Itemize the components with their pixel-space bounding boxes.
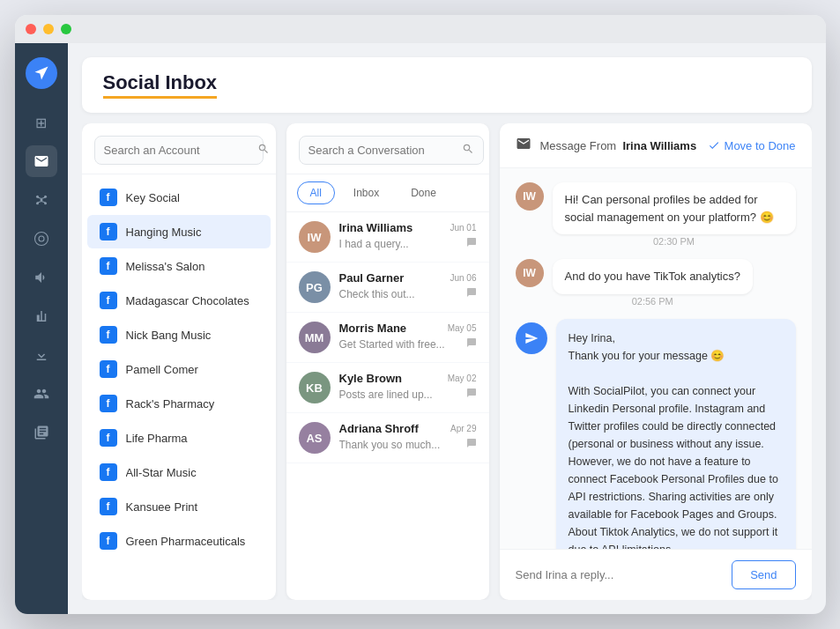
account-name: Life Pharma xyxy=(126,432,188,445)
conversation-tab[interactable]: All xyxy=(297,181,335,204)
reply-row: Hey Irina, Thank you for your message 😊 … xyxy=(516,319,796,550)
account-list-item[interactable]: f Nick Bang Music xyxy=(87,318,271,352)
account-list-item[interactable]: f Hanging Music xyxy=(87,215,271,248)
svg-point-0 xyxy=(40,199,42,202)
conversation-search-box[interactable] xyxy=(299,136,484,165)
account-list-item[interactable]: f All-Star Music xyxy=(87,455,271,489)
sender-avatar-1: IW xyxy=(516,182,544,211)
conversation-preview-row: Thank you so much... xyxy=(339,438,477,451)
conversation-search-icon xyxy=(462,143,474,158)
message-bubble-1: Hi! Can personal profiles be added for s… xyxy=(553,182,796,234)
facebook-icon: f xyxy=(100,360,117,378)
conversation-list-item[interactable]: KB Kyle Brown May 02 Posts are lined up.… xyxy=(286,363,489,413)
main-content: Social Inbox xyxy=(68,43,826,614)
account-name: Rack's Pharmacy xyxy=(126,397,215,411)
conversation-search-input[interactable] xyxy=(308,144,457,157)
sidebar-item-library[interactable] xyxy=(26,417,57,448)
facebook-icon: f xyxy=(100,189,117,206)
sidebar-item-dashboard[interactable]: ⊞ xyxy=(26,107,57,138)
send-button[interactable]: Send xyxy=(732,560,795,589)
message-time-2: 02:56 PM xyxy=(553,296,753,307)
facebook-icon: f xyxy=(100,292,117,309)
page-title: Social Inbox xyxy=(103,71,218,99)
sidebar-item-megaphone[interactable] xyxy=(26,262,57,293)
conversation-name: Adriana Shroff xyxy=(339,422,419,435)
sidebar-item-network[interactable] xyxy=(26,184,57,216)
conversation-date: Jun 01 xyxy=(450,223,476,233)
reply-input[interactable] xyxy=(516,568,722,581)
account-search-input[interactable] xyxy=(104,144,252,157)
conversation-list-item[interactable]: AS Adriana Shroff Apr 29 Thank you so mu… xyxy=(286,413,489,463)
account-list-item[interactable]: f Rack's Pharmacy xyxy=(87,387,271,420)
facebook-icon: f xyxy=(100,223,117,240)
facebook-icon: f xyxy=(100,326,117,344)
conversation-header-row: Morris Mane May 05 xyxy=(339,322,477,335)
account-name: Melissa's Salon xyxy=(126,260,205,273)
account-search-container xyxy=(82,123,276,174)
conversation-preview-row: I had a query... xyxy=(339,237,477,250)
checkmark-icon xyxy=(708,139,720,152)
conversation-tab[interactable]: Inbox xyxy=(340,181,392,204)
account-search-box[interactable] xyxy=(94,136,264,165)
message-bubble-group-1: Hi! Can personal profiles be added for s… xyxy=(553,182,796,247)
move-to-done-button[interactable]: Move to Done xyxy=(708,139,796,152)
account-list-item[interactable]: f Pamell Comer xyxy=(87,352,271,386)
sidebar-item-support[interactable] xyxy=(26,223,57,255)
conversation-message-icon xyxy=(466,388,477,401)
conversation-tab[interactable]: Done xyxy=(398,181,450,204)
message-time-1: 02:30 PM xyxy=(553,236,796,247)
reply-bubble: Hey Irina, Thank you for your message 😊 … xyxy=(556,319,796,550)
logo-icon xyxy=(33,64,50,82)
message-row-1: IW Hi! Can personal profiles be added fo… xyxy=(516,182,796,247)
account-list-item[interactable]: f Green Pharmaceuticals xyxy=(87,524,271,558)
account-list-item[interactable]: f Life Pharma xyxy=(87,421,271,455)
conversation-list-item[interactable]: IW Irina Williams Jun 01 I had a query..… xyxy=(286,212,489,263)
conversation-list-item[interactable]: PG Paul Garner Jun 06 Check this out... xyxy=(286,263,489,313)
account-list-item[interactable]: f Melissa's Salon xyxy=(87,249,271,283)
minimize-button[interactable] xyxy=(43,24,54,34)
account-list-item[interactable]: f Key Social xyxy=(87,181,271,214)
conversation-preview: I had a query... xyxy=(339,238,409,250)
account-name: Key Social xyxy=(126,191,180,204)
conversation-name: Kyle Brown xyxy=(339,372,403,385)
account-name: Hanging Music xyxy=(126,226,202,239)
account-name: Green Pharmaceuticals xyxy=(126,535,246,548)
close-button[interactable] xyxy=(26,24,36,34)
svg-line-7 xyxy=(37,202,41,204)
sidebar-item-team[interactable] xyxy=(26,378,57,410)
app-window: ⊞ xyxy=(15,15,826,614)
conversation-preview: Get Started with free... xyxy=(339,338,445,351)
conversation-info: Adriana Shroff Apr 29 Thank you so much.… xyxy=(339,422,477,451)
message-from-name: Irina Williams xyxy=(622,139,696,152)
svg-line-8 xyxy=(41,202,46,204)
facebook-icon: f xyxy=(100,532,117,550)
conversation-header-row: Kyle Brown May 02 xyxy=(339,372,477,385)
svg-point-9 xyxy=(34,233,48,246)
sidebar-item-inbox[interactable] xyxy=(26,145,57,177)
message-bubble-2: And do you have TikTok analytics? xyxy=(553,259,753,294)
support-icon xyxy=(33,231,49,247)
conversation-message-icon xyxy=(466,237,477,250)
conversation-name: Irina Williams xyxy=(339,221,413,234)
conversation-date: May 02 xyxy=(448,374,477,383)
account-list-item[interactable]: f Madagascar Chocolates xyxy=(87,284,271,317)
facebook-icon: f xyxy=(100,429,117,447)
message-bubble-group-2: And do you have TikTok analytics? 02:56 … xyxy=(553,259,753,307)
conversation-panel: AllInboxDone IW Irina Williams Jun 01 I … xyxy=(286,123,489,600)
maximize-button[interactable] xyxy=(61,24,71,34)
conversation-info: Morris Mane May 05 Get Started with free… xyxy=(339,322,477,351)
account-name: Pamell Comer xyxy=(126,363,198,376)
sidebar-item-download[interactable] xyxy=(26,339,57,371)
conversation-name: Morris Mane xyxy=(339,322,407,335)
logo xyxy=(26,57,57,89)
inbox-icon xyxy=(33,153,49,169)
library-icon xyxy=(33,425,49,440)
message-footer: Send xyxy=(500,549,812,600)
account-name: Nick Bang Music xyxy=(126,329,212,342)
conversation-list-item[interactable]: MM Morris Mane May 05 Get Started with f… xyxy=(286,313,489,363)
account-list-item[interactable]: f Kansuee Print xyxy=(87,490,271,523)
sidebar-item-analytics[interactable] xyxy=(26,300,57,332)
panels-row: f Key Social f Hanging Music f Melissa's… xyxy=(82,123,812,600)
conversation-avatar: IW xyxy=(299,221,331,253)
conversation-avatar: MM xyxy=(299,322,331,353)
